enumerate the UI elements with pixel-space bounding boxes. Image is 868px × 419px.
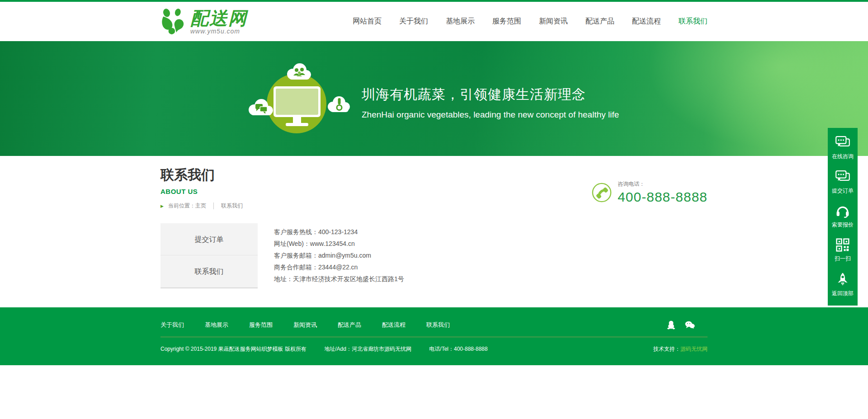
contact-line-address: 地址：天津市经济技术开发区地盛长江西路1号	[274, 273, 404, 285]
nav-item-service[interactable]: 服务范围	[492, 17, 521, 26]
side-menu: 提交订单 联系我们	[160, 223, 258, 288]
phone-icon	[591, 182, 612, 203]
contact-line-service-email: 客户服务邮箱：admin@ym5u.com	[274, 250, 404, 261]
nav-item-about[interactable]: 关于我们	[399, 17, 428, 26]
headset-icon	[835, 204, 850, 218]
nav-item-products[interactable]: 配送产品	[585, 17, 614, 26]
hero-text: 圳海有机蔬菜，引领健康生活新理念 ZhenHai organic vegetab…	[362, 85, 619, 120]
contact-info: 客户服务热线：400-123-1234 网址(Web)：www.123454.c…	[274, 223, 404, 288]
footer-link-service[interactable]: 服务范围	[249, 321, 273, 329]
hero-illustration	[246, 62, 355, 159]
footer-divider	[160, 337, 708, 337]
hero-banner: 圳海有机蔬菜，引领健康生活新理念 ZhenHai organic vegetab…	[0, 41, 868, 156]
float-item-online-consult[interactable]: 在线咨询	[828, 131, 858, 165]
footer-link-base[interactable]: 基地展示	[205, 321, 228, 329]
float-item-back-to-top[interactable]: 返回顶部	[828, 267, 858, 302]
breadcrumb-arrow-icon: ▶	[160, 204, 164, 208]
page-subtitle: ABOUT US	[160, 188, 243, 195]
support-link[interactable]: 源码无忧网	[680, 346, 708, 352]
main-content: 联系我们 ABOUT US ▶ 当前位置：主页 联系我们	[0, 156, 868, 307]
cloud-people-icon	[285, 62, 314, 85]
site-logo[interactable]: 配送网 www.ym5u.com	[160, 8, 247, 35]
side-menu-item-submit-order[interactable]: 提交订单	[160, 223, 258, 255]
header: 配送网 www.ym5u.com 网站首页 关于我们 基地展示 服务范围 新闻资…	[0, 2, 868, 41]
monitor-icon	[274, 86, 321, 126]
nav-item-base[interactable]: 基地展示	[446, 17, 475, 26]
chat-bubbles-icon	[835, 170, 850, 184]
nav-item-home[interactable]: 网站首页	[353, 17, 382, 26]
hero-title: 圳海有机蔬菜，引领健康生活新理念	[362, 85, 619, 104]
hotline-label: 咨询电话：	[618, 180, 708, 188]
copyright-text: Copyright © 2015-2019 果蔬配送服务网站织梦模板 版权所有	[160, 346, 307, 352]
hotline-block: 咨询电话： 400-888-8888	[591, 175, 708, 210]
float-item-scan-qr[interactable]: 扫一扫	[828, 233, 858, 267]
breadcrumb-current[interactable]: 联系我们	[221, 202, 243, 210]
contact-line-business-email: 商务合作邮箱：23444@22.cn	[274, 261, 404, 273]
cloud-medal-icon	[326, 94, 352, 117]
contact-line-hotline: 客户服务热线：400-123-1234	[274, 226, 404, 238]
footer-links: 关于我们 基地展示 服务范围 新闻资讯 配送产品 配送流程 联系我们	[160, 307, 708, 330]
qrcode-icon	[836, 238, 849, 252]
footer-link-about[interactable]: 关于我们	[160, 321, 184, 329]
hotline-number: 400-888-8888	[618, 189, 708, 205]
logo-text: 配送网	[190, 9, 247, 27]
float-item-submit-order[interactable]: 提交订单	[828, 165, 858, 199]
footer-link-process[interactable]: 配送流程	[382, 321, 406, 329]
footer-support: 技术支持：源码无忧网	[653, 345, 708, 353]
contact-line-website: 网址(Web)：www.123454.cn	[274, 238, 404, 250]
nav-item-contact[interactable]: 联系我们	[679, 17, 708, 26]
main-nav: 网站首页 关于我们 基地展示 服务范围 新闻资讯 配送产品 配送流程 联系我们	[353, 17, 708, 26]
hero-subtitle: ZhenHai organic vegetables, leading the …	[362, 110, 619, 120]
wechat-icon[interactable]	[685, 321, 695, 329]
support-label: 技术支持：	[653, 346, 680, 352]
side-menu-item-contact[interactable]: 联系我们	[160, 255, 258, 287]
breadcrumb: ▶ 当前位置：主页 联系我们	[160, 202, 243, 210]
breadcrumb-home-link[interactable]: 主页	[195, 202, 206, 210]
footer: 关于我们 基地展示 服务范围 新闻资讯 配送产品 配送流程 联系我们	[0, 307, 868, 365]
page-title: 联系我们	[160, 166, 243, 184]
chat-bubbles-icon	[835, 136, 850, 150]
nav-item-process[interactable]: 配送流程	[632, 17, 661, 26]
nav-item-news[interactable]: 新闻资讯	[539, 17, 568, 26]
qq-icon[interactable]	[667, 320, 675, 330]
paw-logo-icon	[160, 8, 187, 35]
float-item-request-quote[interactable]: 索要报价	[828, 199, 858, 233]
footer-copyright-block: Copyright © 2015-2019 果蔬配送服务网站织梦模板 版权所有 …	[160, 345, 504, 353]
breadcrumb-separator	[213, 202, 214, 209]
footer-link-contact[interactable]: 联系我们	[426, 321, 450, 329]
page-title-block: 联系我们 ABOUT US ▶ 当前位置：主页 联系我们	[160, 166, 243, 210]
footer-address: 地址/Add：河北省廊坊市源码无忧网	[324, 346, 411, 352]
footer-link-products[interactable]: 配送产品	[338, 321, 361, 329]
logo-url: www.ym5u.com	[190, 28, 247, 34]
cloud-chat-icon	[246, 97, 276, 121]
rocket-icon	[836, 272, 849, 287]
footer-link-news[interactable]: 新闻资讯	[293, 321, 317, 329]
float-toolbar: 在线咨询 提交订单 索要报价 扫一扫	[828, 128, 858, 306]
breadcrumb-prefix: 当前位置：	[168, 202, 195, 210]
footer-phone: 电话/Tel：400-888-8888	[429, 346, 487, 352]
